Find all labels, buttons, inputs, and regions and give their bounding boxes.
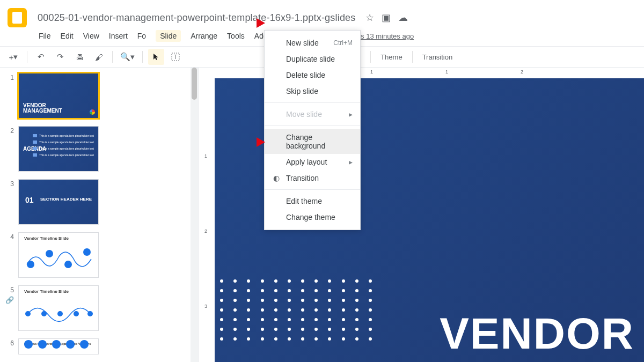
menu-change-theme[interactable]: Change theme [265, 209, 360, 225]
menu-new-slide[interactable]: New slideCtrl+M [265, 35, 360, 51]
timeline-preview [24, 299, 93, 326]
slide-thumbnail-6[interactable]: Process for Searching Appropriate Vendor… [18, 338, 99, 354]
thumb-number: 3 [3, 179, 14, 188]
annotation-arrow-2 [236, 135, 265, 149]
thumb-number: 5 [3, 285, 14, 294]
thumb-row-6: 6 Process for Searching Appropriate Vend… [3, 338, 186, 354]
star-icon[interactable]: ☆ [365, 12, 374, 24]
title-actions: ☆ ▣ ☁ [365, 12, 408, 24]
ruler-tick: 3 [199, 304, 213, 309]
thumb-number: 1 [3, 73, 14, 82]
menu-separator [265, 189, 360, 190]
menu-duplicate-slide[interactable]: Duplicate slide [265, 51, 360, 67]
move-icon[interactable]: ▣ [382, 12, 391, 24]
document-title[interactable]: 00025-01-vendor-management-powerpoint-te… [38, 12, 356, 24]
ruler-tick: 2 [521, 69, 523, 75]
menu-separator [265, 102, 360, 103]
thumbnail-list: 1 VENDOR MANAGEMENT 2 AGENDA This is a s… [0, 68, 191, 362]
ruler-tick: 1 [199, 153, 213, 159]
submenu-arrow-icon: ▸ [349, 110, 353, 119]
menu-file[interactable]: File [39, 32, 51, 40]
separator [412, 51, 413, 63]
thumb-row-3: 3 01 SECTION HEADER HERE [3, 179, 186, 225]
menu-tools[interactable]: Tools [227, 32, 245, 40]
theme-button[interactable]: Theme [376, 53, 406, 61]
slide-dropdown-menu: New slideCtrl+M Duplicate slide Delete s… [264, 30, 361, 230]
menu-apply-layout[interactable]: Apply layout▸ [265, 154, 360, 170]
thumb-number: 2 [3, 126, 14, 135]
thumb-row-4: 4 Vendor Timeline Slide [3, 232, 186, 278]
dot-grid [215, 279, 376, 341]
redo-button[interactable]: ↷ [52, 49, 68, 65]
vertical-ruler: 1 2 3 [198, 68, 213, 362]
menu-change-background[interactable]: Change background [265, 129, 360, 154]
transition-button[interactable]: Transition [418, 53, 457, 61]
separator [27, 51, 27, 63]
timeline-preview [24, 246, 93, 272]
thumb-title: MANAGEMENT [23, 108, 62, 114]
thumb-row-1: 1 VENDOR MANAGEMENT [3, 73, 186, 119]
menu-transition[interactable]: ◐Transition [265, 170, 360, 186]
header-row: 00025-01-vendor-management-powerpoint-te… [0, 0, 644, 30]
textbox-tool-button[interactable]: T [167, 49, 184, 65]
menu-arrange[interactable]: Arrange [191, 32, 217, 40]
ruler-tick: 2 [199, 228, 213, 234]
sidebar-scrollbar[interactable] [191, 68, 198, 362]
slides-logo-icon[interactable] [8, 8, 27, 27]
cursor-icon [153, 53, 159, 61]
slide-thumbnail-3[interactable]: 01 SECTION HEADER HERE [18, 179, 99, 225]
thumb-row-2: 2 AGENDA This is a sample agenda item pl… [3, 126, 186, 172]
menu-view[interactable]: View [83, 32, 99, 40]
transition-icon: ◐ [272, 174, 281, 182]
menu-delete-slide[interactable]: Delete slide [265, 67, 360, 83]
logo-badge-icon [90, 109, 95, 115]
thumb-number: 4 [3, 232, 14, 241]
separator [370, 51, 371, 63]
cloud-icon[interactable]: ☁ [398, 12, 408, 24]
thumb-number: 6 [3, 338, 14, 347]
slide-thumbnail-1[interactable]: VENDOR MANAGEMENT [18, 73, 99, 119]
thumb-title: Vendor Timeline Slide [24, 236, 69, 241]
menu-slide[interactable]: Slide [156, 30, 181, 42]
menu-edit[interactable]: Edit [61, 32, 74, 40]
slide-title-text: VENDOR [440, 308, 634, 359]
paint-format-button[interactable]: 🖌 [91, 49, 107, 65]
pointer-tool-button[interactable] [148, 49, 164, 65]
new-slide-button[interactable]: + ▾ [5, 49, 21, 65]
annotation-arrow-1 [236, 16, 265, 30]
slide-thumbnail-2[interactable]: AGENDA This is a sample agenda item plac… [18, 126, 99, 172]
menu-insert[interactable]: Insert [109, 32, 128, 40]
section-number: 01 [25, 196, 34, 204]
separator [142, 51, 143, 63]
zoom-button[interactable]: 🔍 ▾ [118, 49, 137, 65]
print-button[interactable]: 🖶 [71, 49, 87, 65]
slide-thumbnail-4[interactable]: Vendor Timeline Slide [18, 232, 99, 278]
menu-edit-theme[interactable]: Edit theme [265, 193, 360, 209]
slide-thumbnail-5[interactable]: Vendor Timeline Slide [18, 285, 99, 331]
menu-separator [265, 125, 360, 126]
ruler-tick: 1 [370, 69, 373, 75]
svg-text:T: T [174, 54, 177, 60]
ruler-tick: 1 [445, 69, 448, 75]
textbox-icon: T [171, 53, 180, 61]
scrollbar-thumb[interactable] [192, 68, 197, 100]
link-icon: 🔗 [5, 296, 18, 304]
menu-format[interactable]: Fo [137, 32, 146, 40]
agenda-preview: This is a sample agenda item placeholder… [33, 134, 94, 157]
slide-panel: 1 VENDOR MANAGEMENT 2 AGENDA This is a s… [0, 68, 215, 362]
undo-button[interactable]: ↶ [33, 49, 49, 65]
section-title: SECTION HEADER HERE [40, 197, 92, 202]
thumb-row-5: 5 🔗 Vendor Timeline Slide [3, 285, 186, 331]
menu-move-slide: Move slide▸ [265, 106, 360, 122]
menu-skip-slide[interactable]: Skip slide [265, 83, 360, 99]
submenu-arrow-icon: ▸ [349, 158, 353, 166]
process-dots [24, 340, 89, 349]
shortcut-label: Ctrl+M [333, 39, 353, 47]
thumb-title: Vendor Timeline Slide [24, 289, 69, 294]
separator [112, 51, 113, 63]
